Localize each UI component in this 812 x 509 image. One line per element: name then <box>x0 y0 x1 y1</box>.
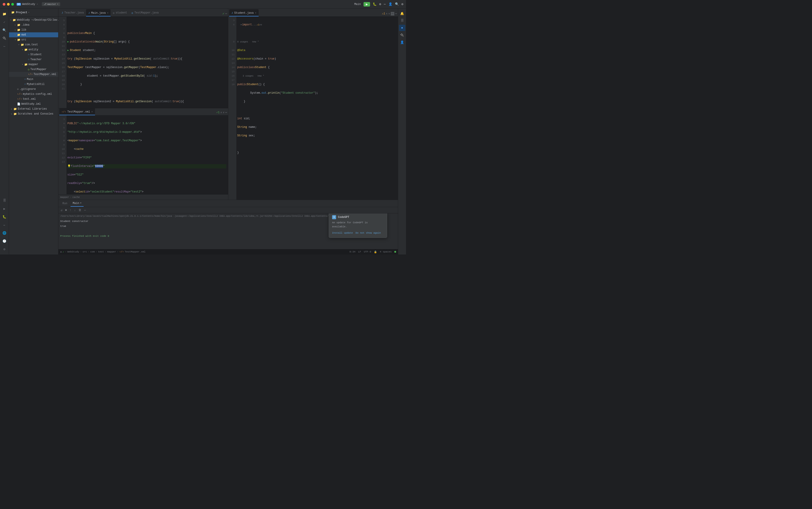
run-button[interactable]: ▶ <box>364 2 370 6</box>
tab-student[interactable]: ◎ student <box>110 9 129 16</box>
tab-student-label: student <box>116 11 127 14</box>
minimize-button[interactable] <box>7 3 10 6</box>
tree-item-teacher[interactable]: ○ Teacher <box>9 57 58 62</box>
app-name: WebStudy <box>22 3 35 6</box>
tree-label-lib: lib <box>21 28 57 31</box>
clear-button[interactable]: 🗑 <box>78 208 82 212</box>
close-button[interactable] <box>3 3 5 6</box>
xml-breadcrumb-mapper[interactable]: mapper <box>60 196 69 199</box>
student-tab-icon: ◎ <box>113 11 114 14</box>
branch-badge[interactable]: ⎇ master ▾ <box>42 2 60 6</box>
settings-button[interactable]: ⚙ <box>379 2 381 6</box>
right-icon-user[interactable]: 👤 <box>399 39 405 45</box>
xml-nav-down-icon[interactable]: ∨ <box>223 111 225 114</box>
xml-breadcrumb-cache[interactable]: cache <box>72 196 80 199</box>
tab-more-options[interactable]: ⋯ <box>225 12 227 15</box>
status-encoding[interactable]: UTF-8 <box>364 250 371 253</box>
main-java-code[interactable]: public class Main { ▶ public static void… <box>67 16 228 108</box>
gear-button[interactable]: ⚙ <box>402 2 403 6</box>
sidebar-item-vcs[interactable]: ✓ <box>1 19 8 26</box>
tree-item-testmapper-iface[interactable]: ◎ TestMapper <box>9 67 58 72</box>
profile-button[interactable]: 👤 <box>388 2 392 6</box>
tab-testmapper-xml-close[interactable]: × <box>92 111 93 113</box>
status-line-col[interactable]: 8:34 <box>349 250 356 253</box>
status-settings-icon[interactable]: ⚙ <box>60 250 62 253</box>
tree-item-testmapper-xml[interactable]: ‹/› TestMapper.xml <box>9 72 58 77</box>
tab-main-java[interactable]: J Main.java × <box>86 9 110 16</box>
right-icon-notifications[interactable]: 🔔 <box>399 10 405 16</box>
run-gutter-7[interactable]: ▶ <box>67 40 69 44</box>
tree-item-mybatisconfig[interactable]: ‹/› mybatis-config.xml <box>9 92 58 97</box>
class-teacher-icon: ○ <box>28 58 29 61</box>
bottom-tab-main-close[interactable]: × <box>80 202 81 204</box>
tree-arrow-mapper: ▾ <box>21 63 24 66</box>
search-button[interactable]: 🔍 <box>395 2 399 6</box>
tab-testmapper-xml[interactable]: ‹/› TestMapper.xml × <box>59 108 95 115</box>
tree-item-idea[interactable]: ▸ 📁 .idea <box>9 23 58 27</box>
xml-nav-up-icon[interactable]: ∧ <box>221 111 222 114</box>
code-line-9: try (SqlSession sqlSession = MybatisUtil… <box>67 57 226 61</box>
xml-code[interactable]: PUBLIC "-//mybatis.org//DTD Mapper 3.0//… <box>67 115 228 194</box>
more-toolbar-button[interactable]: ⋯ <box>83 208 86 212</box>
tree-item-comtest[interactable]: ▾ 📁 com.test <box>9 42 58 47</box>
up-scroll-button[interactable]: ↑ <box>69 208 72 212</box>
student-more-options[interactable]: ⋯ <box>395 12 397 15</box>
tree-item-entity[interactable]: ▾ 📁 entity <box>9 47 58 52</box>
sidebar-item-settings2[interactable]: ⚙ <box>1 245 8 253</box>
tree-item-mybatisutil[interactable]: ○ MybatisUtil <box>9 82 58 87</box>
stop-button[interactable]: ■ <box>65 208 67 212</box>
run-gutter-8[interactable]: ▶ <box>67 48 69 53</box>
do-not-show-again-link[interactable]: Do not show again <box>356 231 381 235</box>
bottom-panel: Run Main × ↺ ■ ↑ ↓ 🗑 ⋯ /Users/eve/Librar… <box>59 200 398 249</box>
tree-item-student[interactable]: ○ Student <box>9 52 58 57</box>
nav-up-icon[interactable]: ∧ <box>386 12 387 15</box>
tree-item-external-libs[interactable]: ▸ 📁 External Libraries <box>9 106 58 111</box>
sidebar-item-plugins[interactable]: 🔌 <box>1 35 8 42</box>
rerun-button[interactable]: ↺ <box>60 208 63 212</box>
tree-item-gitignore[interactable]: ⊘ .gitignore <box>9 87 58 92</box>
nav-down-icon[interactable]: ∨ <box>388 12 390 15</box>
right-icon-plugins[interactable]: 🔌 <box>399 32 405 38</box>
tab-main-close[interactable]: × <box>107 12 108 14</box>
tree-item-scratches[interactable]: ▸ 📁 Scratches and Consoles <box>9 111 58 116</box>
xml-line-7: eviction="FIFO" <box>67 156 226 160</box>
tab-student-java[interactable]: J Student.java × <box>229 9 259 16</box>
status-indent[interactable]: 4 spaces <box>380 250 392 253</box>
sidebar-item-more[interactable]: ⋯ <box>1 43 8 50</box>
sidebar-item-run[interactable]: ▶ <box>1 205 8 212</box>
sidebar-item-folder[interactable]: 📁 <box>1 10 8 18</box>
right-icon-database[interactable]: 🗄 <box>399 18 405 24</box>
bottom-tab-main[interactable]: Main × <box>71 200 84 207</box>
tree-arrow-lib: ▸ <box>13 29 17 31</box>
tree-item-out[interactable]: ▸ 📁 out <box>9 32 58 37</box>
tree-item-main[interactable]: ○ Main <box>9 77 58 82</box>
sidebar-item-network[interactable]: 🌐 <box>1 229 8 237</box>
status-line-ending[interactable]: LF <box>358 250 361 253</box>
maximize-button[interactable] <box>11 3 14 6</box>
more-options-button[interactable]: ⋯ <box>384 2 385 6</box>
tree-item-mapper[interactable]: ▾ 📁 mapper <box>9 62 58 67</box>
sidebar-item-search[interactable]: 🔍 <box>1 27 8 34</box>
student-line-17 <box>237 142 396 146</box>
tree-item-lib[interactable]: ▸ 📁 lib <box>9 27 58 32</box>
tab-student-java-close[interactable]: × <box>255 12 257 14</box>
tree-item-webstudyiml[interactable]: 📄 WebStudy.iml <box>9 102 58 106</box>
tab-testmapper-java[interactable]: ◎ TestMapper.java <box>129 9 161 16</box>
down-scroll-button[interactable]: ↓ <box>73 208 76 212</box>
tab-teacher-java[interactable]: J Teacher.java <box>59 9 86 16</box>
sidebar-item-database[interactable]: 🗄 <box>1 197 8 204</box>
title-bar: WS WebStudy › ⎇ master ▾ Main ▶ 🐛 ⚙ ⋯ 👤 … <box>0 0 406 8</box>
sidebar-item-time[interactable]: 🕐 <box>1 237 8 245</box>
install-update-link[interactable]: Install update <box>332 231 353 235</box>
xml-more-options[interactable]: ⋯ <box>225 110 227 114</box>
sidebar-item-debug[interactable]: 🐛 <box>1 213 8 220</box>
student-java-code[interactable]: ▸ import ... ⚠1 ∧∨ 8 usages new * @Data … <box>236 16 398 200</box>
tree-item-webstudy[interactable]: ▾ 📁 WebStudy ~/Desktop/CS/Jav... <box>9 18 58 23</box>
debug-button[interactable]: 🐛 <box>373 2 377 6</box>
bottom-tab-run[interactable]: Run <box>60 200 70 207</box>
tree-item-textxml[interactable]: ‹/› text.xml <box>9 97 58 102</box>
notification-title: CodeGPT <box>338 215 349 219</box>
right-icon-ai[interactable]: ● <box>399 25 405 31</box>
sidebar-item-pen[interactable]: ✏ <box>1 221 8 229</box>
tree-item-src[interactable]: ▾ 📁 src <box>9 37 58 42</box>
